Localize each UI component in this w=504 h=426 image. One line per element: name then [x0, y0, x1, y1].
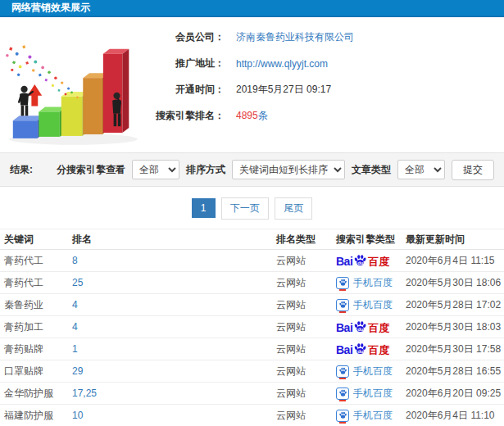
rank-link[interactable]: 1: [72, 343, 78, 355]
rank-type-cell: 云网站: [276, 409, 336, 423]
engine-cell: Baidu百度: [336, 342, 406, 356]
info-row-url: 推广地址： http://www.qlyyjt.com: [146, 57, 504, 70]
title-bar: 网络营销效果展示: [0, 0, 504, 17]
baidu-paw-badge: du: [353, 320, 367, 333]
info-row-engine-rank: 搜索引擎排名： 4895条: [146, 109, 504, 123]
page-button-current[interactable]: 1: [192, 198, 216, 218]
pagination: 1 下一页 尾页: [0, 187, 504, 229]
article-type-label: 文章类型: [352, 163, 391, 177]
engine-rank-count: 4895: [236, 110, 258, 121]
baidu-logo-du: du: [357, 261, 363, 265]
baidu-logo-latin: Bai: [336, 322, 352, 333]
baidu-paw-icon: [338, 279, 347, 287]
baidu-pc-logo: Baidu百度: [336, 320, 389, 333]
keyword-cell: 膏药加工: [4, 320, 72, 334]
baidu-logo-cn: 百度: [368, 256, 389, 267]
header-update-time: 最新更新时间: [406, 233, 504, 247]
update-time-cell: 2020年5月28日 16:55: [406, 365, 504, 378]
engine-cell: 手机百度: [336, 409, 406, 423]
sort-select[interactable]: 关键词由短到长排序: [232, 160, 345, 179]
mobile-baidu-icon: [336, 299, 349, 311]
promo-url-label: 推广地址：: [146, 57, 225, 70]
info-row-open-time: 开通时间： 2019年5月27日 09:17: [146, 83, 504, 97]
keyword-cell: 秦鲁药业: [4, 298, 72, 312]
keyword-cell: 膏药贴牌: [4, 342, 72, 356]
rank-link[interactable]: 4: [72, 299, 78, 310]
baidu-pc-logo: Baidu百度: [336, 342, 389, 356]
mobile-baidu-label: 手机百度: [353, 365, 393, 378]
article-type-select[interactable]: 全部: [397, 160, 445, 179]
table-row: 膏药贴牌 1 云网站 Baidu百度 2020年5月30日 17:58: [0, 338, 504, 360]
open-time-label: 开通时间：: [146, 83, 225, 97]
result-label: 结果:: [10, 163, 33, 177]
rank-link[interactable]: 17,25: [72, 387, 97, 399]
rank-type-cell: 云网站: [276, 342, 336, 356]
rank-type-cell: 云网站: [276, 387, 336, 401]
engine-rank-value: 4895条: [236, 109, 268, 123]
baidu-paw-badge: du: [353, 342, 367, 356]
update-time-cell: 2020年5月30日 18:03: [406, 320, 504, 334]
table-row: 秦鲁药业 4 云网站 手机百度 2020年5月28日 17:02: [0, 294, 504, 316]
rank-type-cell: 云网站: [276, 276, 336, 290]
engine-cell: 手机百度: [336, 387, 406, 401]
baidu-pc-logo: Baidu百度: [336, 254, 389, 267]
rank-link[interactable]: 29: [72, 365, 83, 377]
page-button-next[interactable]: 下一页: [221, 197, 269, 220]
baidu-paw-badge: du: [353, 254, 367, 267]
rank-link[interactable]: 8: [72, 255, 78, 266]
baidu-logo-latin: Bai: [336, 344, 352, 356]
rank-type-cell: 云网站: [276, 298, 336, 312]
mobile-baidu-underline: [339, 422, 346, 424]
page-title: 网络营销效果展示: [11, 1, 90, 15]
baidu-mobile-logo: 手机百度: [336, 409, 393, 423]
engine-rank-label: 搜索引擎排名：: [146, 109, 225, 123]
info-row-company: 会员公司： 济南秦鲁药业科技有限公司: [146, 30, 504, 44]
open-time-value: 2019年5月27日 09:17: [236, 83, 331, 97]
promo-url-link[interactable]: http://www.qlyyjt.com: [236, 58, 328, 70]
mobile-baidu-label: 手机百度: [353, 298, 393, 312]
rank-type-cell: 云网站: [276, 365, 336, 378]
rank-link[interactable]: 10: [72, 410, 83, 421]
engine-cell: 手机百度: [336, 298, 406, 312]
company-link[interactable]: 济南秦鲁药业科技有限公司: [236, 30, 354, 44]
engine-view-label: 分搜索引擎查看: [57, 163, 125, 177]
sort-label: 排序方式: [186, 163, 225, 177]
mobile-baidu-icon: [336, 410, 349, 422]
engine-view-select[interactable]: 全部: [132, 160, 179, 179]
keyword-cell: 福建防护服: [4, 409, 72, 423]
filter-bar: 结果: 分搜索引擎查看 全部 排序方式 关键词由短到长排序 文章类型 全部 提交: [0, 152, 504, 187]
update-time-cell: 2020年5月30日 17:58: [406, 342, 504, 356]
table-row: 口罩贴牌 29 云网站 手机百度 2020年5月28日 16:55: [0, 360, 504, 383]
baidu-paw-icon: [338, 301, 347, 309]
company-label: 会员公司：: [146, 30, 225, 44]
engine-rank-unit: 条: [258, 110, 268, 121]
baidu-logo-cn: 百度: [368, 345, 389, 356]
engine-cell: Baidu百度: [336, 320, 406, 333]
update-time-cell: 2020年6月20日 09:25: [406, 387, 504, 401]
baidu-logo-cn: 百度: [368, 323, 389, 333]
mobile-baidu-icon: [336, 387, 349, 400]
engine-cell: 手机百度: [336, 365, 406, 378]
results-table: 关键词 排名 排名类型 搜索引擎类型 最新更新时间 膏药代工 8 云网站 Bai…: [0, 229, 504, 426]
submit-button[interactable]: 提交: [452, 160, 494, 180]
mobile-baidu-underline: [339, 311, 346, 313]
rank-type-cell: 云网站: [276, 254, 336, 268]
table-row: 膏药代工 25 云网站 手机百度 2020年5月30日 18:06: [0, 272, 504, 294]
baidu-mobile-logo: 手机百度: [336, 298, 393, 312]
mobile-baidu-underline: [339, 289, 346, 291]
baidu-paw-icon: [338, 411, 347, 419]
info-section: 会员公司： 济南秦鲁药业科技有限公司 推广地址： http://www.qlyy…: [0, 17, 504, 152]
mobile-baidu-icon: [336, 277, 349, 289]
keyword-cell: 金华防护服: [4, 387, 72, 401]
update-time-cell: 2020年5月30日 18:06: [406, 276, 504, 290]
baidu-mobile-logo: 手机百度: [336, 365, 393, 378]
rank-link[interactable]: 25: [72, 277, 83, 288]
table-row: 金华防护服 17,25 云网站 手机百度 2020年6月20日 09:25: [0, 383, 504, 405]
page-button-last[interactable]: 尾页: [275, 197, 312, 220]
mobile-baidu-label: 手机百度: [353, 409, 393, 423]
rank-link[interactable]: 4: [72, 321, 78, 333]
mobile-baidu-underline: [339, 378, 346, 379]
baidu-logo-latin: Bai: [336, 256, 352, 267]
baidu-logo-du: du: [357, 327, 363, 332]
update-time-cell: 2020年6月4日 11:15: [406, 254, 504, 268]
